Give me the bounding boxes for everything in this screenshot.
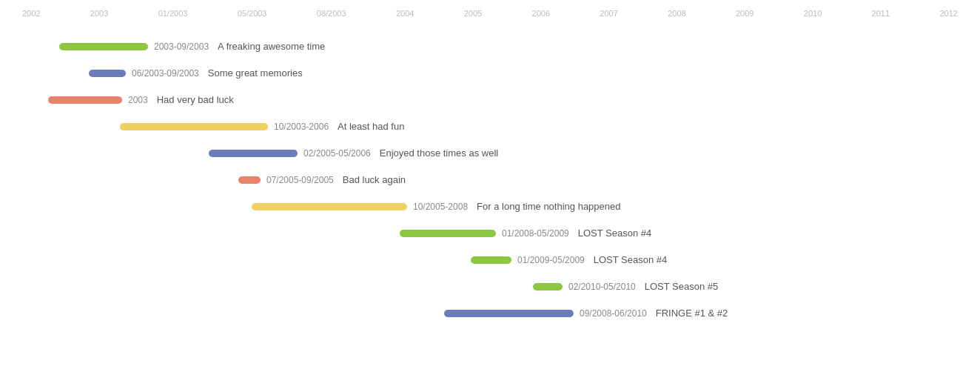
timeline-bar <box>48 96 122 104</box>
timeline-label: FRINGE #1 & #2 <box>656 308 728 319</box>
timeline-row: 02/2010-05/2010LOST Season #5 <box>533 281 718 292</box>
axis-label: 2008 <box>668 9 685 18</box>
timeline-dates: 10/2003-2006 <box>274 122 329 132</box>
timeline-bar <box>471 256 511 264</box>
axis-label: 2009 <box>736 9 754 18</box>
axis-label: 08/2003 <box>317 9 346 18</box>
timeline-row: 2003Had very bad luck <box>48 94 234 105</box>
timeline-dates: 2003 <box>128 95 148 105</box>
timeline-dates: 09/2008-06/2010 <box>580 308 647 319</box>
axis-row: 2002200301/200305/200308/200320042005200… <box>0 9 980 18</box>
timeline-label: Bad luck again <box>343 174 406 185</box>
timeline-row: 01/2009-05/2009LOST Season #4 <box>471 254 667 265</box>
axis-label: 2011 <box>872 9 890 18</box>
timeline-bar <box>238 176 261 184</box>
timeline-dates: 2003-09/2003 <box>154 41 209 52</box>
axis-label: 2007 <box>600 9 617 18</box>
axis-label: 2002 <box>22 9 40 18</box>
timeline-dates: 06/2003-09/2003 <box>132 68 199 79</box>
timeline-dates: 10/2005-2008 <box>413 202 468 212</box>
timeline-bar <box>59 43 148 50</box>
timeline-row: 10/2005-2008For a long time nothing happ… <box>252 201 621 212</box>
timeline-row: 02/2005-05/2006Enjoyed those times as we… <box>209 147 498 159</box>
axis-label: 2012 <box>939 9 957 18</box>
timeline-bar <box>120 123 268 130</box>
timeline-label: Had very bad luck <box>157 94 234 105</box>
axis-label: 2006 <box>532 9 550 18</box>
timeline-label: LOST Season #4 <box>578 227 652 239</box>
timeline-label: Some great memories <box>208 67 303 79</box>
timeline-label: At least had fun <box>338 121 404 132</box>
timeline-row: 01/2008-05/2009LOST Season #4 <box>400 227 651 239</box>
timeline-dates: 07/2005-09/2005 <box>266 175 334 185</box>
axis-label: 2005 <box>464 9 482 18</box>
timeline-bar <box>444 310 574 317</box>
timeline-bar <box>533 283 563 290</box>
timeline-bar <box>89 70 126 77</box>
axis-label: 01/2003 <box>158 9 188 18</box>
timeline-label: A freaking awesome time <box>218 41 325 52</box>
timeline-dates: 02/2005-05/2006 <box>303 148 371 159</box>
timeline-row: 09/2008-06/2010FRINGE #1 & #2 <box>444 308 728 319</box>
timeline-row: 06/2003-09/2003Some great memories <box>89 67 303 79</box>
timeline-bar <box>400 230 496 237</box>
timeline-bar <box>209 150 298 157</box>
timeline-label: LOST Season #4 <box>594 254 668 265</box>
timeline-row: 07/2005-09/2005Bad luck again <box>238 174 406 185</box>
timeline-dates: 01/2009-05/2009 <box>517 255 585 265</box>
axis-label: 2010 <box>804 9 822 18</box>
timeline-label: LOST Season #5 <box>645 281 719 292</box>
timeline-container: 2002200301/200305/200308/200320042005200… <box>0 0 980 372</box>
timeline-label: Enjoyed those times as well <box>380 147 498 159</box>
axis-label: 05/2003 <box>238 9 267 18</box>
timeline-label: For a long time nothing happened <box>477 201 620 212</box>
axis-label: 2003 <box>90 9 108 18</box>
timeline-row: 2003-09/2003A freaking awesome time <box>59 41 325 52</box>
timeline-dates: 02/2010-05/2010 <box>568 282 636 292</box>
timeline-dates: 01/2008-05/2009 <box>502 228 569 239</box>
axis-label: 2004 <box>396 9 414 18</box>
timeline-row: 10/2003-2006At least had fun <box>120 121 404 132</box>
timeline-bar <box>252 203 407 210</box>
